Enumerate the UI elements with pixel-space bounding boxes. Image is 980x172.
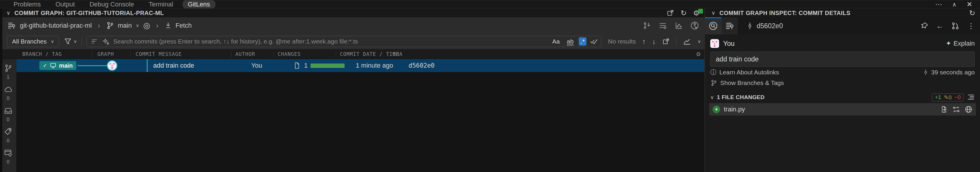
commit-date-cell: 1 minute ago [356,62,393,69]
branch-selector[interactable]: main ∨ [106,21,139,30]
branches-count: 1 [7,74,10,80]
files-changed-title: 1 FILE CHANGED [717,94,765,101]
open-search-in-editor-icon[interactable] [662,38,670,45]
open-on-remote-globe-icon[interactable] [965,106,972,113]
graph-side-gutter: 1 0 0 [0,59,16,172]
stat-removed: −0 [954,94,961,101]
regex-toggle[interactable]: .* [579,37,586,45]
column-changes: CHANGES [278,51,301,57]
repo-selector[interactable]: git-github-tutorial-prac-ml [20,22,92,29]
branch-badge-main[interactable]: ✓ main [39,61,76,70]
remotes-count: 0 [7,96,10,101]
whole-word-toggle[interactable]: ab [565,37,575,45]
tab-output[interactable]: Output [50,0,80,8]
author-cell: You [251,62,262,69]
fetch-button[interactable]: Fetch [164,22,192,29]
tab-inspect[interactable] [705,17,721,34]
graph-minimap-icon[interactable] [675,21,682,30]
graph-lane-line [78,65,107,66]
column-graph: GRAPH [97,51,114,57]
info-icon: ⓘ [710,68,716,76]
selected-row-accent [147,59,148,72]
branches-filter-dropdown[interactable]: All Branches ∨ [7,36,59,47]
target-head-icon[interactable]: ◎ [143,22,150,30]
column-branch-tag: BRANCH / TAG [22,51,62,57]
explain-button[interactable]: ✦ Explain [946,40,975,47]
view-title: COMMIT GRAPH: GIT-GITHUB-TUTORIAL-PRAC-M… [14,10,164,16]
open-graph-in-editor-icon[interactable] [667,9,674,17]
tag-icon [4,127,13,136]
commit-row-selected[interactable]: ✓ main add train code You [16,59,705,72]
worktree-monitor-icon [49,62,57,69]
match-all-icon[interactable] [590,37,598,45]
commit-dot-icon [923,69,929,76]
tab-repo-overview[interactable] [721,17,738,34]
minimap-toggle-icon[interactable] [683,37,691,45]
tab-problems[interactable]: Problems [8,0,46,8]
branches-tags-row: Show Branches & Tags [710,78,975,88]
next-match-icon[interactable]: ↓ [652,37,656,45]
open-changes-icon[interactable] [952,106,960,113]
commit-message-cell: add train code [153,62,194,69]
collapse-chevron-icon: ∨ [710,94,714,101]
gutter-worktrees[interactable]: 0 [4,148,13,165]
panel-tabbar: Problems Output Debug Console Terminal G… [0,0,980,8]
stashes-count: 0 [7,117,10,122]
sparkle-search-icon[interactable] [102,38,110,45]
fetch-icon [164,22,172,29]
maximize-panel-icon[interactable]: ∧ [952,2,956,7]
graph-rows-icon[interactable] [659,21,667,30]
gutter-branches[interactable]: 1 [4,64,13,80]
gutter-stashes[interactable]: 0 [4,106,13,122]
gutter-tags[interactable]: 0 [4,127,13,144]
refresh-icon[interactable]: ↻ [681,10,687,17]
previous-match-icon[interactable]: ↑ [642,37,646,45]
refresh-icon[interactable]: ↻ [969,10,975,17]
more-actions-icon[interactable]: ⋯ [935,1,942,8]
filter-dropdown[interactable]: ∨ [64,37,77,45]
worktrees-count: 0 [7,159,10,165]
pin-icon[interactable] [920,22,928,30]
column-author: AUTHOR [235,51,255,57]
collapse-chevron-icon[interactable]: ∨ [711,10,715,16]
stash-inbox-icon [4,106,13,115]
branch-icon [106,21,114,30]
branch-badge-label: main [59,62,73,69]
commit-node-avatar[interactable] [107,60,118,71]
filter-funnel-icon [64,37,72,45]
breadcrumb-separator: › [156,21,159,30]
view-as-tree-icon[interactable] [967,93,975,101]
commit-rows: ✓ main add train code You [16,59,705,172]
collapse-chevron-icon[interactable]: ∨ [6,10,10,16]
chevron-down-icon: ∨ [51,39,54,44]
files-changed-header[interactable]: ∨ 1 FILE CHANGED +1 ✎0 −0 [710,92,975,103]
commit-message-box[interactable]: add train code [710,51,975,67]
file-name: train.py [724,106,745,113]
pencil-icon: ✎ [944,94,948,101]
graph-split-icon[interactable] [643,21,651,30]
changes-count-cell: 1 [304,62,308,69]
back-arrow-icon[interactable]: ← [936,23,943,30]
gutter-remotes[interactable]: 0 [4,85,13,101]
learn-autolinks-link[interactable]: ⓘ Learn About Autolinks [710,68,779,76]
tab-debug-console[interactable]: Debug Console [84,0,139,8]
graph-scm-circle-icon[interactable] [690,21,699,30]
tab-gitlens[interactable]: GitLens [183,0,215,8]
tags-count: 0 [7,138,10,144]
compare-graph-icon[interactable] [951,21,960,30]
graph-column-headers: BRANCH / TAG GRAPH COMMIT MESSAGE AUTHOR… [0,49,705,59]
show-branches-tags-link[interactable]: Show Branches & Tags [710,79,784,87]
changed-file-row[interactable]: + train.py [709,103,976,116]
open-file-icon[interactable] [940,106,948,113]
graph-area: 1 0 0 [0,59,705,172]
match-case-toggle[interactable]: Aa [550,37,562,45]
autolinks-row: ⓘ Learn About Autolinks 39 seconds ago [710,68,975,77]
tab-terminal[interactable]: Terminal [143,0,178,8]
kebab-menu-icon[interactable]: ⋮ [967,23,975,30]
close-panel-icon[interactable]: ✕ [967,1,972,8]
divider [81,37,82,46]
chevron-down-icon[interactable]: ∨ [698,39,701,44]
search-commits-input[interactable] [113,38,547,45]
commit-details-header: ∨ COMMIT GRAPH INSPECT: COMMIT DETAILS ↻ [705,8,980,17]
column-settings-gear-icon[interactable]: ⚙ [696,51,701,58]
